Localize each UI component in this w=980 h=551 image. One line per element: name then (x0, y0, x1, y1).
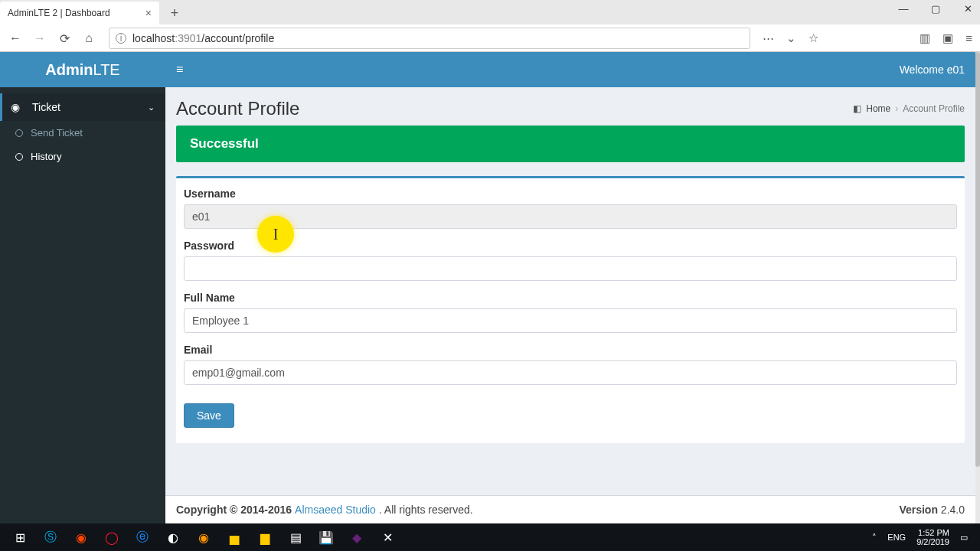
logo-bold: Admin (45, 61, 93, 78)
taskbar-app-opera[interactable]: ◯ (96, 525, 127, 549)
tray-up-icon[interactable]: ˄ (872, 533, 877, 543)
url-host: localhost (132, 32, 175, 44)
browser-chrome: — ▢ ✕ AdminLTE 2 | Dashboard × + ← → ⟳ ⌂… (0, 0, 980, 52)
sidebar: AdminLTE ◉ Ticket ⌄ Send Ticket History (0, 52, 165, 523)
back-button[interactable]: ← (8, 31, 23, 45)
email-label: Email (184, 344, 957, 356)
dashboard-icon: ◧ (853, 103, 861, 114)
tab-title: AdminLTE 2 | Dashboard (8, 8, 145, 18)
url-path: /account/profile (201, 32, 274, 44)
page-title: Account Profile (176, 98, 299, 119)
tray-time: 1:52 PM (916, 528, 949, 537)
taskbar-app-vs[interactable]: ◆ (341, 525, 372, 549)
profile-box: Username Password Full Name Email Save (176, 176, 965, 443)
url-bar[interactable]: i localhost:3901/account/profile (109, 28, 750, 49)
sidebar-menu: ◉ Ticket ⌄ Send Ticket History (0, 87, 165, 168)
password-input[interactable] (184, 256, 957, 281)
save-button[interactable]: Save (184, 403, 234, 428)
taskbar-app-skype[interactable]: Ⓢ (35, 525, 66, 549)
vertical-scrollbar[interactable] (975, 52, 980, 523)
breadcrumb-sep: › (895, 103, 898, 114)
breadcrumb-home[interactable]: Home (866, 103, 890, 114)
tray-date: 9/2/2019 (916, 537, 949, 546)
sidebar-sub-label: History (31, 151, 61, 162)
logo-light: LTE (93, 61, 120, 78)
menu-icon[interactable]: ≡ (965, 31, 972, 45)
chevron-down-icon: ⌄ (148, 103, 155, 112)
sidebar-sub-label: Send Ticket (31, 127, 83, 139)
alert-success: Successful (176, 126, 965, 162)
fullname-input[interactable] (184, 308, 957, 333)
dashboard-icon: ◉ (11, 101, 24, 113)
app-container: AdminLTE ◉ Ticket ⌄ Send Ticket History … (0, 52, 975, 523)
app-footer: Copyright © 2014-2016 Almsaeed Studio . … (165, 495, 975, 523)
browser-toolbar-right: ▥ ▣ ≡ (920, 31, 972, 45)
taskbar-app-firefox[interactable]: ◉ (188, 525, 219, 549)
tab-close-icon[interactable]: × (145, 7, 152, 19)
reload-button[interactable]: ⟳ (57, 31, 72, 46)
form-group-email: Email (184, 344, 957, 385)
logo[interactable]: AdminLTE (0, 52, 165, 87)
taskbar-app-save[interactable]: 💾 (311, 525, 341, 549)
topbar: ≡ Welcome e01 (165, 52, 975, 87)
options-icon[interactable]: ⋯ (763, 31, 774, 45)
taskbar-app-brave[interactable]: ◉ (66, 525, 96, 549)
footer-rights: . All rights reserved. (379, 504, 473, 516)
breadcrumb: ◧ Home › Account Profile (853, 103, 965, 114)
hamburger-icon[interactable]: ≡ (176, 63, 183, 77)
footer-copyright: Copyright © 2014-2016 (176, 504, 295, 516)
password-label: Password (184, 240, 957, 252)
taskbar-app-edge[interactable]: ⓔ (127, 525, 158, 549)
username-input[interactable] (184, 204, 957, 229)
sidebar-sub-history[interactable]: History (0, 145, 165, 168)
taskbar-app-chrome[interactable]: ◐ (158, 525, 188, 549)
fullname-label: Full Name (184, 292, 957, 304)
taskbar-app-explorer[interactable]: ▅ (219, 525, 250, 549)
home-button[interactable]: ⌂ (81, 31, 96, 45)
taskbar-app-notepad[interactable]: ▤ (280, 525, 311, 549)
username-label: Username (184, 187, 957, 200)
taskbar-right: ˄ ENG 1:52 PM 9/2/2019 ▭ (872, 528, 975, 546)
tray-lang[interactable]: ENG (887, 533, 906, 542)
form-group-fullname: Full Name (184, 292, 957, 333)
new-tab-button[interactable]: + (164, 3, 185, 23)
circle-icon (15, 153, 23, 161)
form-group-username: Username (184, 187, 957, 229)
email-input[interactable] (184, 360, 957, 385)
url-port: :3901 (175, 32, 201, 44)
main-panel: ≡ Welcome e01 Account Profile ◧ Home › A… (165, 52, 975, 523)
sidebar-icon[interactable]: ▣ (942, 31, 953, 45)
taskbar: ⊞ Ⓢ ◉ ◯ ⓔ ◐ ◉ ▅ ▆ ▤ 💾 ◆ ✕ ˄ ENG 1:52 PM … (0, 523, 980, 551)
footer-studio-link[interactable]: Almsaeed Studio (295, 504, 376, 516)
tab-strip: AdminLTE 2 | Dashboard × + (0, 0, 980, 24)
tray-notifications-icon[interactable]: ▭ (960, 533, 968, 543)
scrollbar-thumb[interactable] (975, 52, 980, 467)
circle-icon (15, 129, 23, 137)
window-controls: — ▢ ✕ (894, 3, 977, 15)
close-window-button[interactable]: ✕ (959, 3, 977, 15)
sidebar-item-ticket[interactable]: ◉ Ticket ⌄ (0, 93, 165, 121)
url-right-icons: ⋯ ⌄ ☆ (763, 31, 818, 45)
sidebar-sub-send-ticket[interactable]: Send Ticket (0, 121, 165, 145)
breadcrumb-current: Account Profile (903, 103, 965, 114)
browser-tab[interactable]: AdminLTE 2 | Dashboard × (0, 2, 159, 24)
form-group-password: Password (184, 240, 957, 281)
forward-button[interactable]: → (32, 31, 47, 45)
maximize-button[interactable]: ▢ (926, 3, 945, 15)
sidebar-item-label: Ticket (32, 101, 60, 113)
footer-version: 2.4.0 (938, 504, 965, 516)
pocket-icon[interactable]: ⌄ (786, 31, 796, 45)
content: Successful Username Password Full Name E… (165, 126, 975, 454)
browser-nav-bar: ← → ⟳ ⌂ i localhost:3901/account/profile… (0, 24, 980, 52)
bookmark-icon[interactable]: ☆ (808, 31, 818, 45)
site-info-icon[interactable]: i (116, 33, 126, 44)
minimize-button[interactable]: — (894, 3, 913, 15)
footer-version-label: Version (899, 504, 938, 516)
library-icon[interactable]: ▥ (920, 31, 930, 45)
content-header: Account Profile ◧ Home › Account Profile (165, 87, 975, 126)
start-button[interactable]: ⊞ (5, 525, 35, 549)
welcome-text[interactable]: Welcome e01 (900, 64, 965, 76)
taskbar-app-tools[interactable]: ✕ (372, 525, 403, 549)
tray-clock[interactable]: 1:52 PM 9/2/2019 (916, 528, 949, 546)
taskbar-app-folder[interactable]: ▆ (250, 525, 280, 549)
